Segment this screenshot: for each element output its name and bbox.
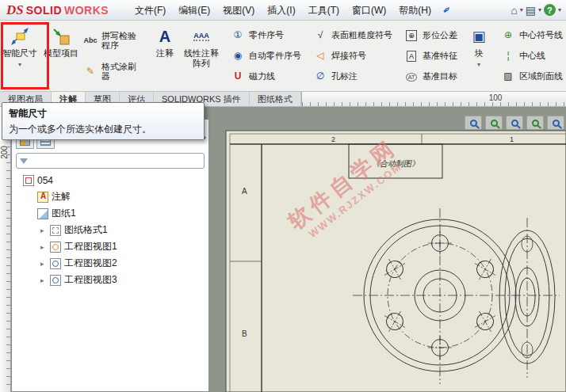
filter-input[interactable] xyxy=(31,154,201,167)
menu-insert[interactable]: 插入(I) xyxy=(261,2,301,19)
rotate-view-icon[interactable] xyxy=(526,116,544,130)
smart-dimension-button[interactable]: 智能尺寸 ▾ xyxy=(2,22,38,70)
annotations-folder-icon xyxy=(37,192,48,203)
logo-ds: DS xyxy=(6,2,24,18)
menu-window[interactable]: 窗口(W) xyxy=(346,2,392,19)
logo-solid: SOLID xyxy=(26,4,62,17)
linear-note-pattern-icon: AAA xyxy=(193,32,209,41)
balloon-button[interactable]: ① 零件序号 xyxy=(227,25,304,45)
blocks-button[interactable]: ▣ 块 ▾ xyxy=(465,22,492,70)
format-painter-icon: ✎ xyxy=(82,67,98,76)
tab-sheet-format[interactable]: 图纸格式 xyxy=(250,92,301,106)
smart-dimension-label: 智能尺寸 xyxy=(2,48,37,59)
menu-tools[interactable]: 工具(T) xyxy=(302,2,346,19)
chevron-down-icon[interactable]: ▾ xyxy=(18,59,21,70)
hole-callout-button[interactable]: ∅ 孔标注 xyxy=(309,66,396,86)
spell-checker-label: 拼写检验程序 xyxy=(101,31,141,50)
ruler-h-label: 100 xyxy=(489,93,503,102)
graphics-area[interactable]: 200 2 1 A B 《合动制图》 xyxy=(0,107,566,392)
menu-edit[interactable]: 编辑(E) xyxy=(172,2,216,19)
expand-arrow-icon[interactable]: ▸ xyxy=(40,243,47,251)
note-icon: A xyxy=(159,25,170,48)
expand-arrow-icon[interactable]: ▸ xyxy=(40,276,47,284)
view2-label: 工程图视图2 xyxy=(64,257,117,270)
home-icon[interactable]: ⌂ xyxy=(511,4,517,17)
command-manager-ribbon: 智能尺寸 ▾ 模型项目 Abc 拼写检验程序 ✎ 格式涂刷器 xyxy=(0,21,566,92)
tooltip-smart-dimension: 智能尺寸 为一个或多个所选实体创建尺寸。 xyxy=(2,102,205,140)
chevron-down-icon[interactable]: ▾ xyxy=(520,6,523,13)
spell-checker-icon: Abc xyxy=(82,36,98,45)
view-heads-up-toolbar xyxy=(465,116,564,130)
surface-finish-label: 表面粗糙度符号 xyxy=(331,29,392,41)
note-button[interactable]: A 注释 xyxy=(149,22,181,59)
horizontal-ruler: 100 xyxy=(301,92,566,106)
magnetic-line-button[interactable]: U 磁力线 xyxy=(227,66,304,86)
menu-help[interactable]: 帮助(H) xyxy=(392,2,438,19)
menu-file[interactable]: 文件(F) xyxy=(128,2,172,19)
pin-icon[interactable]: ✒ xyxy=(439,2,453,17)
drawing-doc-icon xyxy=(23,175,34,186)
tree-item-sheet-format[interactable]: ▸ 图纸格式1 xyxy=(12,222,208,238)
datum-feature-button[interactable]: A 基准特征 xyxy=(400,45,461,66)
chevron-down-icon[interactable]: ▾ xyxy=(538,6,541,13)
vertical-ruler: 200 xyxy=(0,107,11,392)
model-items-button[interactable]: 模型项目 xyxy=(43,22,79,59)
zone-row-label: B xyxy=(242,329,247,338)
zoom-in-out-icon[interactable] xyxy=(506,116,523,130)
center-mark-button[interactable]: ⊕ 中心符号线 xyxy=(497,25,566,45)
solidworks-logo: DS SOLIDWORKS xyxy=(0,2,128,18)
magnetic-line-icon: U xyxy=(230,70,246,82)
blocks-label: 块 xyxy=(475,48,484,59)
expand-arrow-icon[interactable]: ▸ xyxy=(40,260,47,268)
spell-checker-button[interactable]: Abc 拼写检验程序 xyxy=(79,25,144,55)
help-icon[interactable]: ? xyxy=(544,4,556,16)
view3-label: 工程图视图3 xyxy=(64,273,117,287)
tree-item-view3[interactable]: ▸ 工程图视图3 xyxy=(12,272,208,288)
blocks-icon: ▣ xyxy=(472,25,485,48)
format-painter-button[interactable]: ✎ 格式涂刷器 xyxy=(79,55,144,86)
chevron-down-icon[interactable]: ▾ xyxy=(477,59,480,70)
zoom-area-icon[interactable] xyxy=(485,116,503,130)
weld-symbol-button[interactable]: ◁ 焊接符号 xyxy=(309,45,396,66)
area-hatch-label: 区域剖面线 xyxy=(519,70,563,82)
tree-item-view2[interactable]: ▸ 工程图视图2 xyxy=(12,255,208,272)
center-mark-label: 中心符号线 xyxy=(519,29,563,41)
area-hatch-button[interactable]: ▨ 区域剖面线 xyxy=(497,66,566,86)
balloon-label: 零件序号 xyxy=(249,29,284,41)
geometric-tolerance-button[interactable]: ⊕ 形位公差 xyxy=(400,25,461,45)
tree-filter xyxy=(16,153,205,169)
logo-works: WORKS xyxy=(64,4,109,17)
annotations-label: 注解 xyxy=(52,190,71,204)
centerline-button[interactable]: ¦ 中心线 xyxy=(497,45,566,66)
menu-view[interactable]: 视图(V) xyxy=(216,2,261,19)
drawing-view-icon xyxy=(50,242,61,253)
datum-feature-label: 基准特征 xyxy=(423,50,457,62)
tooltip-title: 智能尺寸 xyxy=(9,107,197,120)
quick-access-toolbar: ⌂ ▾ ▤ ▾ ? ▾ xyxy=(511,4,566,17)
tree-item-sheet[interactable]: 图纸1 xyxy=(12,205,208,222)
note-label: 注释 xyxy=(156,48,174,59)
drawing-view-icon xyxy=(50,275,61,286)
tree-item-annotations[interactable]: 注解 xyxy=(12,188,208,205)
expand-arrow-icon[interactable]: ▸ xyxy=(40,226,47,234)
zoom-fit-icon[interactable] xyxy=(465,116,482,130)
zone-col-label: 2 xyxy=(331,135,335,143)
surface-finish-button[interactable]: √ 表面粗糙度符号 xyxy=(309,25,396,45)
sheet-format-label: 图纸格式1 xyxy=(64,223,108,237)
smart-dimension-icon xyxy=(10,25,30,48)
datum-target-button[interactable]: AT 基准目标 xyxy=(400,66,461,86)
center-mark-icon: ⊕ xyxy=(500,29,516,40)
chevron-down-icon[interactable]: ▾ xyxy=(558,6,561,13)
hole-callout-label: 孔标注 xyxy=(331,70,358,82)
pan-icon[interactable] xyxy=(547,116,564,130)
datum-target-icon: AT xyxy=(406,73,417,82)
format-painter-label: 格式涂刷器 xyxy=(101,62,141,81)
tree-root-label: 054 xyxy=(37,175,53,186)
tree-item-view1[interactable]: ▸ 工程图视图1 xyxy=(12,238,208,255)
tree-item-root[interactable]: 054 xyxy=(12,172,208,188)
hole-callout-icon: ∅ xyxy=(312,70,328,82)
view-settings-icon[interactable]: ▤ xyxy=(526,4,536,17)
linear-note-pattern-button[interactable]: AAA 线性注释阵列 xyxy=(181,22,222,69)
auto-balloon-label: 自动零件序号 xyxy=(249,50,301,62)
auto-balloon-button[interactable]: ◉ 自动零件序号 xyxy=(227,45,304,66)
